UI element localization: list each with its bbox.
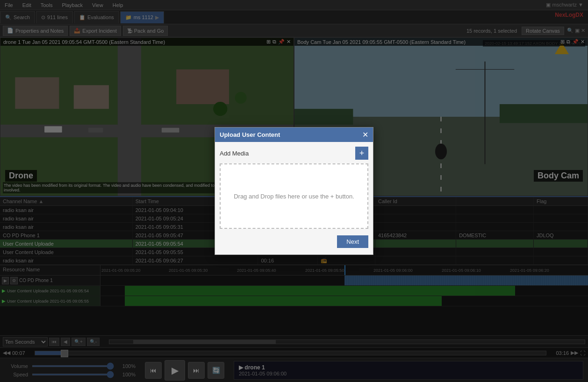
drop-zone[interactable]: Drag and Drop files here or use the + bu… [220,163,368,229]
modal-close-button[interactable]: ✕ [362,130,368,139]
add-media-button[interactable]: + [355,147,368,160]
add-media-row: Add Media + [220,147,368,160]
add-media-label: Add Media [220,150,355,157]
modal-body: Add Media + Drag and Drop files here or … [215,142,373,255]
modal-overlay[interactable]: Upload User Content ✕ Add Media + Drag a… [0,0,588,382]
next-button[interactable]: Next [337,235,368,248]
drop-zone-text: Drag and Drop files here or use the + bu… [234,193,354,200]
modal-title-bar: Upload User Content ✕ [215,127,373,142]
modal-footer: Next [220,233,368,250]
upload-modal: Upload User Content ✕ Add Media + Drag a… [215,127,373,255]
modal-title: Upload User Content [220,131,280,138]
